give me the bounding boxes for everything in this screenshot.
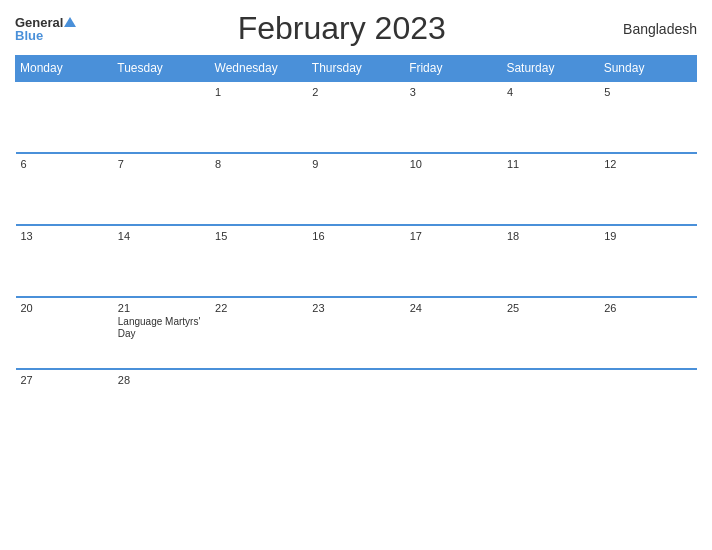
day-number: 21 (118, 302, 205, 314)
day-number: 4 (507, 86, 594, 98)
day-number: 23 (312, 302, 399, 314)
day-number: 22 (215, 302, 302, 314)
day-number: 9 (312, 158, 399, 170)
country-label: Bangladesh (607, 21, 697, 37)
weekday-header-tuesday: Tuesday (113, 56, 210, 82)
calendar-header: General Blue February 2023 Bangladesh (15, 10, 697, 47)
calendar-day-cell: 14 (113, 225, 210, 297)
calendar-table: MondayTuesdayWednesdayThursdayFridaySatu… (15, 55, 697, 441)
calendar-day-cell: 2 (307, 81, 404, 153)
calendar-week-row: 6789101112 (16, 153, 697, 225)
logo: General Blue (15, 16, 76, 42)
day-number: 28 (118, 374, 205, 386)
calendar-day-cell: 19 (599, 225, 696, 297)
day-number: 12 (604, 158, 691, 170)
day-number: 10 (410, 158, 497, 170)
day-number: 27 (21, 374, 108, 386)
day-number: 24 (410, 302, 497, 314)
calendar-day-cell (113, 81, 210, 153)
calendar-day-cell: 8 (210, 153, 307, 225)
calendar-day-cell (210, 369, 307, 441)
calendar-day-cell: 21Language Martyrs' Day (113, 297, 210, 369)
calendar-week-row: 2728 (16, 369, 697, 441)
weekday-header-row: MondayTuesdayWednesdayThursdayFridaySatu… (16, 56, 697, 82)
day-number: 14 (118, 230, 205, 242)
calendar-week-row: 2021Language Martyrs' Day2223242526 (16, 297, 697, 369)
calendar-day-cell: 3 (405, 81, 502, 153)
calendar-day-cell (599, 369, 696, 441)
calendar-day-cell: 13 (16, 225, 113, 297)
calendar-day-cell: 17 (405, 225, 502, 297)
calendar-day-cell: 23 (307, 297, 404, 369)
calendar-day-cell: 18 (502, 225, 599, 297)
day-number: 17 (410, 230, 497, 242)
calendar-day-cell (502, 369, 599, 441)
calendar-day-cell: 15 (210, 225, 307, 297)
day-number: 20 (21, 302, 108, 314)
day-number: 19 (604, 230, 691, 242)
day-number: 6 (21, 158, 108, 170)
month-title: February 2023 (76, 10, 607, 47)
calendar-day-cell: 24 (405, 297, 502, 369)
weekday-header-sunday: Sunday (599, 56, 696, 82)
calendar-day-cell: 5 (599, 81, 696, 153)
weekday-header-friday: Friday (405, 56, 502, 82)
calendar-day-cell: 1 (210, 81, 307, 153)
day-number: 11 (507, 158, 594, 170)
calendar-day-cell: 7 (113, 153, 210, 225)
day-number: 3 (410, 86, 497, 98)
weekday-header-monday: Monday (16, 56, 113, 82)
day-number: 18 (507, 230, 594, 242)
calendar-day-cell: 9 (307, 153, 404, 225)
calendar-day-cell: 4 (502, 81, 599, 153)
day-number: 7 (118, 158, 205, 170)
day-number: 13 (21, 230, 108, 242)
weekday-header-thursday: Thursday (307, 56, 404, 82)
weekday-header-wednesday: Wednesday (210, 56, 307, 82)
calendar-day-cell: 20 (16, 297, 113, 369)
calendar-day-cell: 25 (502, 297, 599, 369)
day-number: 2 (312, 86, 399, 98)
calendar-day-cell: 26 (599, 297, 696, 369)
calendar-day-cell: 11 (502, 153, 599, 225)
logo-blue-text: Blue (15, 29, 43, 42)
calendar-day-cell: 22 (210, 297, 307, 369)
day-number: 1 (215, 86, 302, 98)
calendar-day-cell: 16 (307, 225, 404, 297)
calendar-day-cell: 27 (16, 369, 113, 441)
calendar-day-cell: 6 (16, 153, 113, 225)
day-number: 5 (604, 86, 691, 98)
day-number: 8 (215, 158, 302, 170)
day-number: 25 (507, 302, 594, 314)
day-number: 15 (215, 230, 302, 242)
logo-triangle-icon (64, 17, 76, 27)
weekday-header-saturday: Saturday (502, 56, 599, 82)
calendar-week-row: 12345 (16, 81, 697, 153)
logo-general-text: General (15, 16, 63, 29)
calendar-day-cell (405, 369, 502, 441)
calendar-day-cell: 28 (113, 369, 210, 441)
day-number: 16 (312, 230, 399, 242)
day-number: 26 (604, 302, 691, 314)
calendar-week-row: 13141516171819 (16, 225, 697, 297)
calendar-day-cell: 10 (405, 153, 502, 225)
calendar-day-cell (307, 369, 404, 441)
event-label: Language Martyrs' Day (118, 316, 205, 340)
calendar-day-cell (16, 81, 113, 153)
calendar-day-cell: 12 (599, 153, 696, 225)
calendar-container: General Blue February 2023 Bangladesh Mo… (0, 0, 712, 550)
